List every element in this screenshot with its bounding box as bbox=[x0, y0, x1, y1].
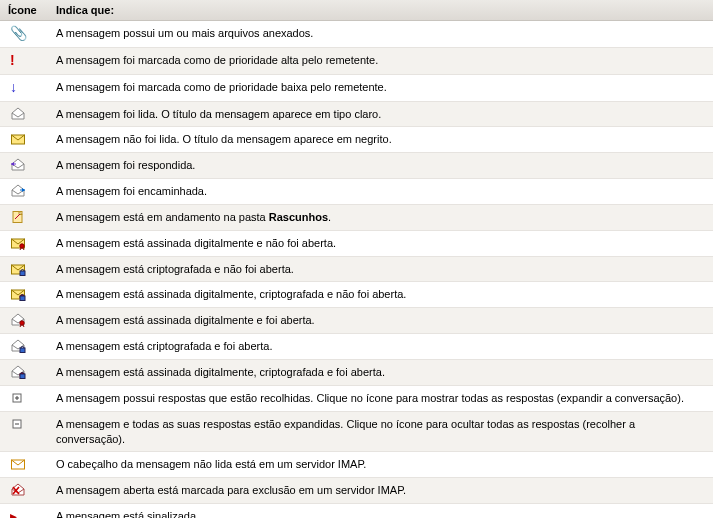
signed-enc-unread-icon bbox=[0, 282, 48, 308]
expand-icon bbox=[0, 385, 48, 411]
svg-point-9 bbox=[20, 321, 24, 325]
replied-icon bbox=[0, 153, 48, 179]
table-row: A mensagem está assinada digitalmente, c… bbox=[0, 359, 713, 385]
icon-description: O cabeçalho da mensagem não lida está em… bbox=[48, 452, 713, 478]
imap-header-icon bbox=[0, 452, 48, 478]
icon-description: A mensagem está assinada digitalmente, c… bbox=[48, 282, 713, 308]
table-row: ▸A mensagem está sinalizada. bbox=[0, 504, 713, 518]
header-icon: Ícone bbox=[0, 0, 48, 21]
icon-description: A mensagem está assinada digitalmente, c… bbox=[48, 359, 713, 385]
icon-description: A mensagem foi respondida. bbox=[48, 153, 713, 179]
table-row: ↓A mensagem foi marcada como de priorida… bbox=[0, 74, 713, 101]
unread-icon bbox=[0, 127, 48, 153]
forwarded-icon bbox=[0, 179, 48, 205]
icon-description: A mensagem possui respostas que estão re… bbox=[48, 385, 713, 411]
encrypted-unread-icon bbox=[0, 256, 48, 282]
table-row: A mensagem aberta está marcada para excl… bbox=[0, 478, 713, 504]
icon-description: A mensagem foi marcada como de prioridad… bbox=[48, 47, 713, 74]
table-row: A mensagem e todas as suas respostas est… bbox=[0, 411, 713, 452]
icon-description: A mensagem foi encaminhada. bbox=[48, 179, 713, 205]
table-row: A mensagem está assinada digitalmente e … bbox=[0, 308, 713, 334]
icon-description: A mensagem aberta está marcada para excl… bbox=[48, 478, 713, 504]
svg-rect-5 bbox=[20, 271, 25, 276]
priority-high-icon: ! bbox=[0, 47, 48, 74]
table-row: O cabeçalho da mensagem não lida está em… bbox=[0, 452, 713, 478]
table-row: A mensagem foi lida. O título da mensage… bbox=[0, 101, 713, 127]
icon-description: A mensagem e todas as suas respostas est… bbox=[48, 411, 713, 452]
encrypted-read-icon bbox=[0, 334, 48, 360]
icon-description: A mensagem possui um ou mais arquivos an… bbox=[48, 21, 713, 48]
svg-rect-8 bbox=[20, 296, 25, 301]
svg-point-3 bbox=[20, 244, 24, 248]
table-row: A mensagem não foi lida. O título da men… bbox=[0, 127, 713, 153]
signed-unread-icon bbox=[0, 230, 48, 256]
icon-description: A mensagem está assinada digitalmente e … bbox=[48, 230, 713, 256]
svg-rect-12 bbox=[20, 374, 25, 379]
table-row: A mensagem está assinada digitalmente, c… bbox=[0, 282, 713, 308]
signed-enc-read-icon bbox=[0, 359, 48, 385]
table-row: 📎A mensagem possui um ou mais arquivos a… bbox=[0, 21, 713, 48]
icon-description: A mensagem está em andamento na pasta Ra… bbox=[48, 204, 713, 230]
table-row: A mensagem está em andamento na pasta Ra… bbox=[0, 204, 713, 230]
icon-description: A mensagem está criptografada e foi aber… bbox=[48, 334, 713, 360]
priority-low-icon: ↓ bbox=[0, 74, 48, 101]
attachment-icon: 📎 bbox=[0, 21, 48, 48]
icon-description: A mensagem foi lida. O título da mensage… bbox=[48, 101, 713, 127]
collapse-icon bbox=[0, 411, 48, 452]
icon-description: A mensagem foi marcada como de prioridad… bbox=[48, 74, 713, 101]
table-row: A mensagem possui respostas que estão re… bbox=[0, 385, 713, 411]
table-row: A mensagem está assinada digitalmente e … bbox=[0, 230, 713, 256]
imap-delete-icon bbox=[0, 478, 48, 504]
signed-read-icon bbox=[0, 308, 48, 334]
table-row: A mensagem está criptografada e foi aber… bbox=[0, 334, 713, 360]
header-desc: Indica que: bbox=[48, 0, 713, 21]
icon-description: A mensagem não foi lida. O título da men… bbox=[48, 127, 713, 153]
flagged-icon: ▸ bbox=[0, 504, 48, 518]
table-row: A mensagem foi encaminhada. bbox=[0, 179, 713, 205]
icon-description: A mensagem está sinalizada. bbox=[48, 504, 713, 518]
table-row: A mensagem está criptografada e não foi … bbox=[0, 256, 713, 282]
icon-description: A mensagem está assinada digitalmente e … bbox=[48, 308, 713, 334]
read-icon bbox=[0, 101, 48, 127]
svg-rect-10 bbox=[20, 348, 25, 353]
draft-icon bbox=[0, 204, 48, 230]
icon-description: A mensagem está criptografada e não foi … bbox=[48, 256, 713, 282]
table-row: A mensagem foi respondida. bbox=[0, 153, 713, 179]
table-row: !A mensagem foi marcada como de priorida… bbox=[0, 47, 713, 74]
icon-legend-table: Ícone Indica que: 📎A mensagem possui um … bbox=[0, 0, 713, 518]
